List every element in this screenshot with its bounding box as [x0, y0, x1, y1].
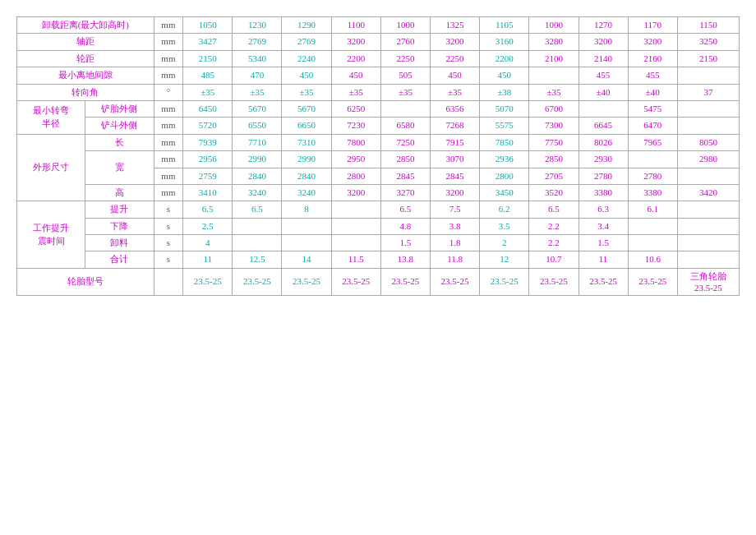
- unit-cell: mm: [154, 17, 182, 34]
- main-table-wrapper: 卸载距离(最大卸高时) mm 1050 1230 1290 1100 1000 …: [16, 16, 740, 296]
- row-label: 卸载距离(最大卸高时): [17, 17, 154, 34]
- table-row: 下降 s 2.5 4.8 3.8 3.5 2.2 3.4: [17, 218, 740, 234]
- table-row: 合计 s 11 12.5 14 11.5 13.8 11.8 12 10.7 1…: [17, 251, 740, 268]
- table-row: 转向角 ° ±35 ±35 ±35 ±35 ±35 ±35 ±38 ±35 ±4…: [17, 84, 740, 100]
- table-row: 卸载距离(最大卸高时) mm 1050 1230 1290 1100 1000 …: [17, 17, 740, 34]
- table-row: 宽 mm 2956 2990 2990 2950 2850 3070 2936 …: [17, 151, 740, 168]
- table-row: 铲斗外侧 mm 5720 6550 6650 7230 6580 7268 55…: [17, 118, 740, 134]
- table-row: 轮距 mm 2150 5340 2240 2200 2250 2250 2200…: [17, 50, 740, 67]
- table-row: 轴距 mm 3427 2769 2769 3200 2760 3200 3160…: [17, 34, 740, 50]
- table-row: 卸料 s 4 1.5 1.8 2 2.2 1.5: [17, 235, 740, 251]
- val-cell: 1050: [183, 17, 233, 34]
- table-row: 工作提升震时间 提升 s 6.5 6.5 8 6.5 7.5 6.2 6.5 6…: [17, 201, 740, 218]
- table-row: 外形尺寸 长 mm 7939 7710 7310 7800 7250 7915 …: [17, 134, 740, 150]
- table-row: 轮胎型号 23.5-25 23.5-25 23.5-25 23.5-25 23.…: [17, 268, 740, 296]
- table-row: 高 mm 3410 3240 3240 3200 3270 3200 3450 …: [17, 184, 740, 201]
- table-row: 最小转弯半径 铲胎外侧 mm 6450 5670 5670 6250 6356 …: [17, 100, 740, 117]
- specs-table: 卸载距离(最大卸高时) mm 1050 1230 1290 1100 1000 …: [16, 16, 740, 296]
- table-row: 最小离地间隙 mm 485 470 450 450 505 450 450 45…: [17, 67, 740, 84]
